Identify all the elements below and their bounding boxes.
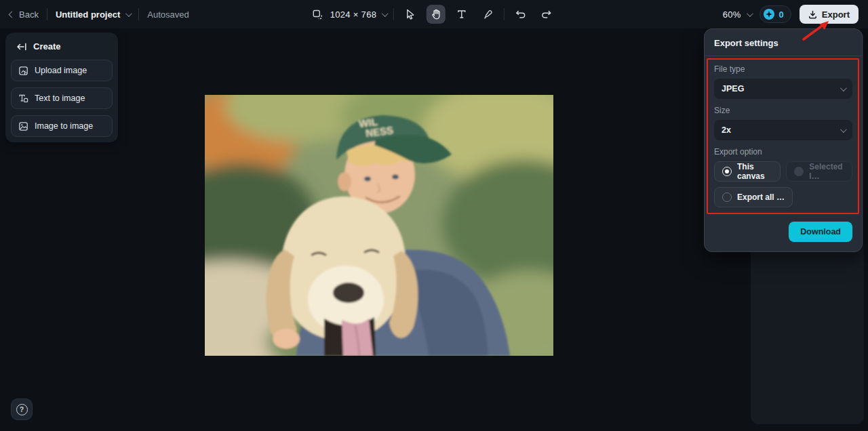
divider [47, 8, 47, 20]
size-label: Size [714, 106, 852, 115]
chevron-down-icon [840, 126, 847, 133]
select-tool-button[interactable] [401, 5, 420, 24]
canvas-size-value: 1024 × 768 [330, 9, 376, 20]
size-select[interactable]: 2x [714, 120, 852, 140]
radio-disabled-icon [794, 167, 804, 176]
brush-tool-button[interactable] [478, 5, 497, 24]
image-to-image-label: Image to image [35, 121, 93, 131]
option-export-all[interactable]: Export all … [714, 187, 793, 207]
export-label: Export [822, 9, 850, 20]
option-selected-layer-label: Selected l… [809, 162, 844, 181]
zoom-level-value: 60% [723, 9, 741, 20]
option-this-canvas[interactable]: This canvas [714, 161, 781, 182]
back-label: Back [19, 9, 39, 20]
download-button[interactable]: Download [789, 222, 852, 242]
credits-sparkle-icon [763, 8, 775, 20]
topbar: Back Untitled project Autosaved 1024 × 7… [0, 0, 868, 28]
text-to-image-button[interactable]: Text to image [11, 87, 113, 109]
canvas-image-boy-and-dog[interactable]: WIL NESS [205, 95, 553, 356]
file-type-label: File type [714, 64, 852, 74]
text-to-image-icon [18, 94, 28, 104]
help-button[interactable]: ? [11, 398, 33, 420]
canvas-size-selector[interactable]: 1024 × 768 [330, 9, 387, 20]
size-value: 2x [722, 125, 731, 135]
file-type-value: JPEG [722, 84, 744, 94]
hand-tool-button[interactable] [427, 5, 446, 24]
chevron-down-icon [747, 10, 753, 17]
chevron-left-icon [9, 12, 16, 18]
download-icon [808, 10, 817, 19]
zoom-level-selector[interactable]: 60% [723, 9, 751, 20]
divider [504, 8, 505, 20]
option-this-canvas-label: This canvas [737, 162, 772, 181]
option-selected-layer[interactable]: Selected l… [786, 161, 852, 182]
image-to-image-icon [18, 121, 28, 131]
brush-icon [483, 9, 493, 20]
credits-count: 0 [779, 9, 784, 20]
chevron-down-icon [125, 10, 132, 17]
project-name-menu[interactable]: Untitled project [56, 9, 130, 20]
redo-icon [541, 9, 552, 19]
radio-unselected-icon [722, 192, 732, 202]
chevron-down-icon [382, 10, 389, 17]
text-to-image-label: Text to image [35, 94, 85, 103]
image-to-image-button[interactable]: Image to image [11, 115, 113, 137]
create-panel-title: Create [33, 41, 60, 52]
redo-button[interactable] [537, 5, 556, 24]
export-option-label: Export option [714, 147, 852, 157]
undo-icon [515, 9, 526, 19]
autosaved-status: Autosaved [147, 9, 189, 20]
divider [393, 8, 394, 20]
export-settings-popup: Export settings File type JPEG Size 2x E… [704, 28, 863, 252]
option-export-all-label: Export all … [737, 192, 785, 202]
collapse-panel-icon[interactable] [16, 42, 27, 52]
undo-button[interactable] [511, 5, 530, 24]
back-button[interactable]: Back [9, 9, 39, 20]
export-button[interactable]: Export [800, 5, 859, 24]
file-type-select[interactable]: JPEG [714, 79, 852, 99]
radio-selected-icon [722, 167, 732, 176]
help-icon: ? [16, 404, 28, 415]
credits-badge[interactable]: 0 [760, 5, 791, 23]
upload-image-label: Upload image [35, 66, 87, 75]
divider [138, 8, 139, 20]
cursor-icon [406, 9, 416, 20]
text-tool-button[interactable] [452, 5, 471, 24]
project-name: Untitled project [56, 9, 120, 20]
export-settings-title: Export settings [705, 29, 862, 56]
resize-canvas-icon[interactable] [312, 9, 323, 20]
upload-image-icon [18, 66, 28, 76]
hand-icon [431, 9, 441, 20]
text-tool-icon [457, 9, 467, 19]
upload-image-button[interactable]: Upload image [11, 60, 113, 81]
chevron-down-icon [840, 85, 847, 91]
create-panel: Create Upload image Text to image Image … [5, 33, 118, 142]
